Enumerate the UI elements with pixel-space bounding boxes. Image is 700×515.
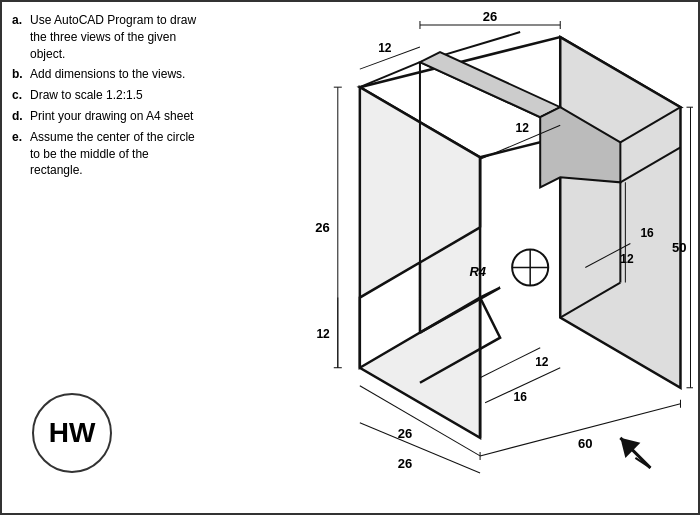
svg-text:16: 16 bbox=[513, 390, 527, 404]
hw-label: HW bbox=[49, 417, 96, 449]
hw-badge: HW bbox=[32, 393, 112, 473]
svg-text:26: 26 bbox=[483, 9, 497, 24]
svg-text:16: 16 bbox=[640, 226, 654, 240]
instruction-text-c: Draw to scale 1.2:1.5 bbox=[30, 87, 143, 104]
svg-text:26: 26 bbox=[398, 426, 412, 441]
instruction-text-b: Add dimensions to the views. bbox=[30, 66, 185, 83]
svg-text:50: 50 bbox=[672, 240, 686, 255]
instruction-letter-d: d. bbox=[12, 108, 26, 125]
instruction-item-b: b. Add dimensions to the views. bbox=[12, 66, 197, 83]
svg-text:12: 12 bbox=[515, 121, 529, 135]
instruction-letter-a: a. bbox=[12, 12, 26, 62]
instruction-letter-c: c. bbox=[12, 87, 26, 104]
svg-text:12: 12 bbox=[378, 41, 392, 55]
drawing-area: 26 50 60 26 26 12 bbox=[187, 7, 693, 508]
svg-line-52 bbox=[360, 423, 480, 473]
instruction-text-a: Use AutoCAD Program to draw the three vi… bbox=[30, 12, 197, 62]
svg-text:12: 12 bbox=[316, 327, 330, 341]
instruction-letter-b: b. bbox=[12, 66, 26, 83]
instruction-text-e: Assume the center of the circle to be th… bbox=[30, 129, 197, 179]
svg-text:60: 60 bbox=[578, 436, 592, 451]
svg-text:26: 26 bbox=[315, 220, 329, 235]
instruction-item-c: c. Draw to scale 1.2:1.5 bbox=[12, 87, 197, 104]
instruction-letter-e: e. bbox=[12, 129, 26, 179]
instruction-text-d: Print your drawing on A4 sheet bbox=[30, 108, 193, 125]
svg-text:R4: R4 bbox=[469, 264, 486, 279]
isometric-drawing: 26 50 60 26 26 12 bbox=[187, 7, 693, 508]
svg-text:26: 26 bbox=[398, 456, 412, 471]
svg-text:12: 12 bbox=[620, 252, 634, 266]
instruction-item-e: e. Assume the center of the circle to be… bbox=[12, 129, 197, 179]
instruction-item-d: d. Print your drawing on A4 sheet bbox=[12, 108, 197, 125]
svg-line-48 bbox=[480, 348, 540, 378]
instructions-list: a. Use AutoCAD Program to draw the three… bbox=[12, 12, 197, 179]
instruction-item-a: a. Use AutoCAD Program to draw the three… bbox=[12, 12, 197, 62]
instructions-panel: a. Use AutoCAD Program to draw the three… bbox=[12, 12, 197, 183]
svg-text:12: 12 bbox=[535, 355, 549, 369]
page: a. Use AutoCAD Program to draw the three… bbox=[0, 0, 700, 515]
